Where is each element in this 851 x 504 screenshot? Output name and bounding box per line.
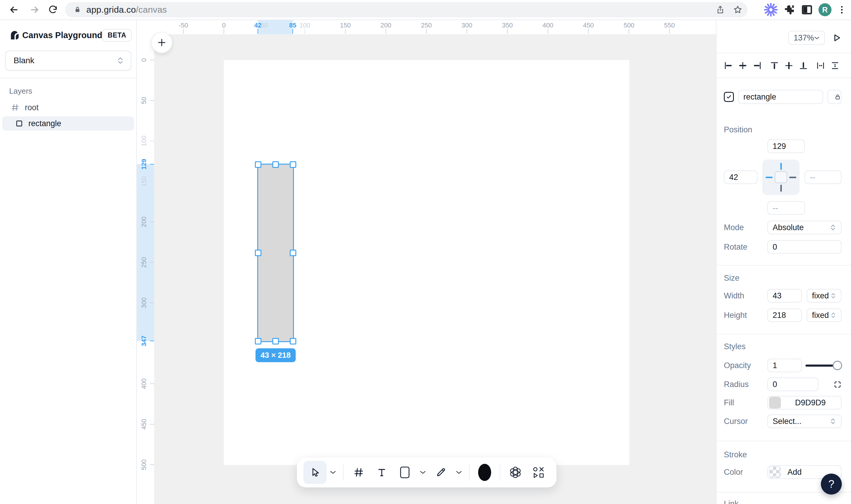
- cursor-tool-button[interactable]: [303, 461, 327, 484]
- position-anchor-widget[interactable]: [762, 160, 800, 195]
- resize-handle-bottom-left[interactable]: [255, 338, 261, 344]
- align-horizontal-center-icon[interactable]: [739, 61, 747, 70]
- lock-layer-button[interactable]: 5: [827, 90, 841, 104]
- extension-asterisk-icon[interactable]: [764, 3, 778, 17]
- resize-handle-left[interactable]: [255, 250, 261, 256]
- align-bottom-icon[interactable]: [799, 61, 808, 70]
- shape-tool-dropdown[interactable]: [416, 461, 429, 484]
- text-tool-icon: [377, 467, 387, 478]
- corner-radius-icon[interactable]: [834, 380, 841, 389]
- distribute-horizontal-icon[interactable]: [816, 61, 825, 70]
- align-left-icon[interactable]: [724, 61, 733, 70]
- plus-icon: [157, 38, 167, 47]
- color-swatch: [478, 464, 491, 481]
- browser-back-button[interactable]: [7, 3, 21, 17]
- resize-handle-top[interactable]: [272, 161, 279, 168]
- cursor-tool-dropdown[interactable]: [327, 461, 340, 484]
- bookmark-star-icon[interactable]: [733, 5, 743, 15]
- shape-tool-button[interactable]: [393, 461, 416, 484]
- height-mode-select[interactable]: fixed: [806, 308, 841, 322]
- zoom-select[interactable]: 137%: [788, 31, 825, 45]
- stroke-color-label: Color: [724, 468, 767, 477]
- resize-handle-top-right[interactable]: [290, 161, 296, 168]
- opacity-input[interactable]: 1: [767, 359, 802, 372]
- resize-handle-bottom[interactable]: [272, 338, 279, 344]
- radius-label: Radius: [724, 380, 767, 389]
- extensions-puzzle-icon[interactable]: [783, 3, 795, 16]
- pen-tool-button[interactable]: [429, 461, 452, 484]
- layer-visible-checkbox[interactable]: [724, 92, 734, 102]
- add-node-button[interactable]: [151, 32, 172, 53]
- height-input[interactable]: 218: [767, 308, 802, 322]
- ruler-v-selection-band: [137, 164, 154, 341]
- cursor-select[interactable]: Select...: [767, 414, 841, 428]
- resize-handle-top-left[interactable]: [255, 161, 261, 168]
- chevron-down-icon: [456, 470, 462, 474]
- resize-handle-bottom-right[interactable]: [290, 338, 296, 344]
- rotate-input[interactable]: 0: [767, 240, 841, 254]
- selected-rectangle[interactable]: 43 × 218: [257, 164, 294, 342]
- side-panel-icon[interactable]: [801, 3, 813, 16]
- profile-avatar[interactable]: R: [818, 3, 832, 16]
- position-top-input[interactable]: 129: [767, 140, 805, 153]
- chevron-up-down-icon: [830, 292, 836, 299]
- anchor-top-dash: [780, 163, 782, 170]
- text-tool-button[interactable]: [370, 461, 393, 484]
- chevron-down-icon: [814, 36, 820, 40]
- share-icon[interactable]: [716, 5, 725, 15]
- reload-icon: [48, 5, 58, 15]
- fill-hex-value: D9D9D9: [795, 398, 826, 408]
- toolbar-divider: [343, 464, 344, 480]
- size-badge: 43 × 218: [256, 348, 296, 362]
- align-vertical-center-icon[interactable]: [784, 61, 793, 70]
- ruler-v: 050100129150200250300347400450500: [137, 34, 154, 504]
- sidebar-divider: [0, 78, 136, 78]
- position-bottom-input[interactable]: --: [767, 201, 805, 215]
- position-left-input[interactable]: 42: [724, 170, 758, 184]
- browser-menu-kebab-icon[interactable]: [837, 5, 847, 15]
- paint-color-button[interactable]: [473, 461, 496, 484]
- align-right-icon[interactable]: [753, 61, 762, 70]
- layer-name-input[interactable]: rectangle: [738, 90, 823, 104]
- ai-assistant-button[interactable]: [504, 461, 527, 484]
- distribute-vertical-icon[interactable]: [831, 61, 839, 70]
- url-bar[interactable]: app.grida.co/canvas: [65, 2, 747, 17]
- app-window: app.grida.co/canvas R Canvas Playground …: [0, 0, 851, 504]
- fill-label: Fill: [724, 398, 767, 408]
- beta-badge: BETA: [102, 29, 132, 42]
- anchor-left-dash: [766, 177, 772, 178]
- resize-handle-right[interactable]: [290, 250, 296, 256]
- chevron-down-icon: [420, 470, 426, 474]
- browser-reload-button[interactable]: [46, 3, 60, 17]
- layer-item-rectangle[interactable]: rectangle: [2, 116, 134, 130]
- position-right-input[interactable]: --: [804, 170, 841, 184]
- align-top-icon[interactable]: [770, 61, 779, 70]
- template-select[interactable]: Blank: [5, 51, 131, 71]
- width-input[interactable]: 43: [767, 289, 802, 303]
- lock-icon: [73, 6, 82, 14]
- browser-forward-button[interactable]: [28, 3, 41, 17]
- playground-games-button[interactable]: [527, 461, 550, 484]
- play-icon[interactable]: [832, 33, 841, 42]
- chevron-up-down-icon: [117, 56, 124, 65]
- opacity-label: Opacity: [724, 361, 767, 370]
- browser-chrome: app.grida.co/canvas R: [0, 0, 851, 20]
- width-mode-select[interactable]: fixed: [806, 289, 841, 303]
- slider-thumb[interactable]: [833, 361, 842, 370]
- tool-dock: [297, 457, 556, 487]
- hash-icon: [11, 103, 19, 112]
- forward-arrow-icon: [29, 4, 40, 15]
- fill-button[interactable]: D9D9D9: [767, 396, 841, 410]
- ruler-h: -500425085100150200250300350400450500550: [137, 19, 716, 34]
- pen-tool-dropdown[interactable]: [452, 461, 465, 484]
- opacity-slider[interactable]: [805, 360, 841, 371]
- help-button[interactable]: ?: [821, 473, 842, 494]
- mode-select[interactable]: Absolute: [767, 221, 841, 234]
- layer-item-root[interactable]: root: [0, 101, 136, 115]
- height-label: Height: [724, 311, 767, 320]
- radius-input[interactable]: 0: [767, 378, 818, 391]
- mode-label: Mode: [724, 223, 767, 232]
- position-heading: Position: [724, 125, 752, 134]
- container-tool-button[interactable]: [347, 461, 370, 484]
- canvas-viewport[interactable]: 43 × 218 -500425085100150200250300350400…: [137, 19, 716, 504]
